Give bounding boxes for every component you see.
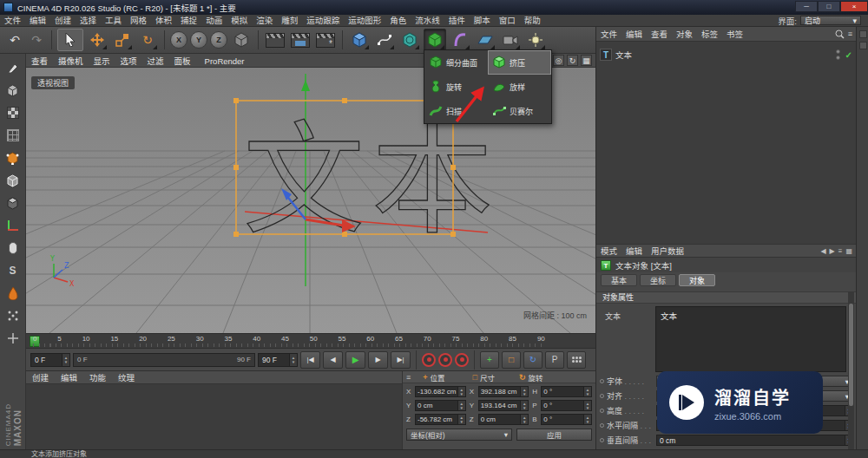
camera-button[interactable] bbox=[499, 29, 522, 51]
points-mode-button[interactable] bbox=[3, 147, 23, 168]
field-stepper[interactable]: ▲▼ bbox=[583, 401, 591, 410]
light-button[interactable] bbox=[524, 29, 547, 51]
render-picture-viewer-button[interactable] bbox=[289, 29, 312, 51]
generators-button[interactable] bbox=[424, 29, 446, 51]
previous-frame-button[interactable]: ◀ bbox=[323, 351, 343, 369]
field-stepper[interactable]: ▲▼ bbox=[520, 401, 528, 410]
menubar-item[interactable]: 雕刻 bbox=[277, 16, 302, 25]
close-button[interactable]: × bbox=[840, 1, 868, 12]
play-button[interactable]: ▶ bbox=[345, 351, 365, 369]
current-frame-field[interactable]: 0 F ▲▼ bbox=[30, 353, 70, 367]
viewport-menu-item[interactable]: 查看 bbox=[26, 56, 53, 66]
live-selection-button[interactable] bbox=[57, 29, 83, 51]
size-field[interactable]: 193.164 cm▲▼ bbox=[478, 400, 529, 411]
menu-item-sweep[interactable]: 扫描 bbox=[424, 99, 488, 123]
object-manager-menu-item[interactable]: 对象 bbox=[672, 29, 697, 39]
object-manager-menu-item[interactable]: 标签 bbox=[697, 29, 722, 39]
volume-builder-button[interactable] bbox=[398, 29, 421, 51]
keyframe-selection-button[interactable] bbox=[455, 353, 469, 367]
object-manager-menu-item[interactable]: 查看 bbox=[647, 29, 672, 39]
menubar-item[interactable]: 脚本 bbox=[470, 16, 495, 25]
attribute-menu-item[interactable]: 模式 bbox=[596, 246, 621, 256]
view-label[interactable]: 透视视图 bbox=[31, 76, 75, 89]
spline-pen-button[interactable] bbox=[373, 29, 396, 51]
interface-dropdown[interactable]: 启动 ▾ bbox=[800, 16, 861, 25]
field-stepper[interactable]: ▲▼ bbox=[457, 401, 465, 410]
polygons-mode-button[interactable] bbox=[3, 193, 23, 213]
menubar-item[interactable]: 流水线 bbox=[411, 16, 444, 25]
keyframe-dot-icon[interactable] bbox=[600, 379, 604, 383]
next-frame-button[interactable]: ▶ bbox=[368, 351, 388, 369]
field-stepper[interactable]: ▲▼ bbox=[457, 415, 465, 424]
environment-button[interactable] bbox=[474, 29, 496, 51]
menubar-item[interactable]: 捕捉 bbox=[176, 16, 201, 25]
zoom-view-icon[interactable]: ◎ bbox=[553, 55, 564, 66]
menubar-item[interactable]: 模拟 bbox=[227, 16, 252, 25]
autokey-button[interactable] bbox=[438, 353, 452, 367]
menu-item-bezier[interactable]: 贝赛尔 bbox=[488, 99, 551, 123]
lock-x-axis-button[interactable]: X bbox=[170, 31, 187, 49]
menubar-item[interactable]: 帮助 bbox=[520, 16, 545, 25]
attribute-scrollbar[interactable] bbox=[848, 291, 854, 449]
menu-item-extrude[interactable]: 挤压 bbox=[488, 50, 551, 75]
field-stepper[interactable]: ▲▼ bbox=[457, 387, 465, 396]
end-frame-field[interactable]: 90 F ▲▼ bbox=[258, 353, 298, 367]
viewport-text-object[interactable]: 文本 bbox=[243, 109, 500, 251]
viewport-menu-item[interactable]: 选项 bbox=[115, 56, 142, 66]
menubar-item[interactable]: 工具 bbox=[101, 16, 126, 25]
lock-z-axis-button[interactable]: Z bbox=[210, 31, 227, 49]
lock-y-axis-button[interactable]: Y bbox=[190, 31, 207, 49]
viewport-menu-item[interactable]: ProRender bbox=[200, 56, 250, 66]
point-level-animation-button[interactable] bbox=[567, 351, 586, 369]
texture-mode-button[interactable] bbox=[3, 102, 23, 123]
keyframe-dot-icon[interactable] bbox=[600, 423, 604, 428]
rotation-field[interactable]: 0 °▲▼ bbox=[541, 400, 592, 411]
text-content-field[interactable]: 文本 bbox=[655, 306, 846, 372]
enable-axis-button[interactable] bbox=[3, 215, 23, 236]
enable-check-icon[interactable]: ✓ bbox=[845, 50, 852, 60]
menubar-item[interactable]: 插件 bbox=[444, 16, 470, 25]
frame-range-slider[interactable]: 0 F 90 F bbox=[73, 353, 255, 367]
menubar-item[interactable]: 运动跟踪 bbox=[302, 16, 344, 25]
object-manager-menu-item[interactable]: 文件 bbox=[596, 29, 621, 39]
toggle-view-icon[interactable]: ▦ bbox=[581, 55, 592, 66]
tab-object[interactable]: 对象 bbox=[679, 274, 715, 286]
minimize-button[interactable]: ─ bbox=[795, 1, 818, 12]
end-frame-stepper[interactable]: ▲▼ bbox=[289, 354, 297, 366]
menubar-item[interactable]: 编辑 bbox=[25, 16, 50, 25]
snap-button[interactable]: S bbox=[3, 260, 23, 281]
panel-tab-icon[interactable] bbox=[859, 42, 867, 49]
material-menu-item[interactable]: 功能 bbox=[83, 371, 112, 383]
menubar-item[interactable]: 文件 bbox=[0, 16, 25, 25]
menubar-item[interactable]: 选择 bbox=[76, 16, 101, 25]
add-primitive-button[interactable] bbox=[348, 29, 371, 51]
attribute-menu-item[interactable]: 用户数据 bbox=[647, 246, 688, 256]
scale-tool-button[interactable] bbox=[111, 29, 134, 51]
viewport-solo-button[interactable] bbox=[3, 238, 23, 258]
render-view-button[interactable] bbox=[264, 29, 286, 51]
record-keyframe-button[interactable] bbox=[422, 353, 436, 367]
field-stepper[interactable]: ▲▼ bbox=[583, 415, 591, 424]
menubar-item[interactable]: 体积 bbox=[151, 16, 176, 25]
menu-item-lathe[interactable]: 旋转 bbox=[424, 75, 488, 99]
object-name[interactable]: 文本 bbox=[615, 49, 632, 61]
position-field[interactable]: -130.682 cm▲▼ bbox=[415, 386, 466, 397]
record-rotation-button[interactable]: ↻ bbox=[523, 351, 542, 369]
maximize-button[interactable]: □ bbox=[818, 1, 840, 12]
visibility-dots[interactable] bbox=[836, 49, 840, 60]
menubar-item[interactable]: 动画 bbox=[201, 16, 227, 25]
vertical-spacing-field[interactable]: 0 cm▲▼ bbox=[656, 435, 853, 446]
object-row-text[interactable]: T 文本 ✓ bbox=[600, 48, 852, 62]
keyframe-dot-icon[interactable] bbox=[600, 409, 604, 413]
menubar-item[interactable]: 渲染 bbox=[252, 16, 277, 25]
menubar-item[interactable]: 网格 bbox=[126, 16, 151, 25]
record-scale-button[interactable]: □ bbox=[502, 351, 521, 369]
material-menu-item[interactable]: 纹理 bbox=[112, 371, 141, 383]
tab-basic[interactable]: 基本 bbox=[601, 274, 637, 286]
history-back-icon[interactable]: ◀ bbox=[820, 247, 825, 255]
object-manager-menu-item[interactable]: 编辑 bbox=[621, 29, 647, 39]
apply-button[interactable]: 应用 bbox=[516, 429, 592, 441]
timeline-ruler[interactable]: 051015202530354045505560657075808590 bbox=[26, 333, 595, 348]
deformer-button[interactable] bbox=[449, 29, 471, 51]
object-properties-header[interactable]: 对象属性 bbox=[596, 291, 856, 304]
